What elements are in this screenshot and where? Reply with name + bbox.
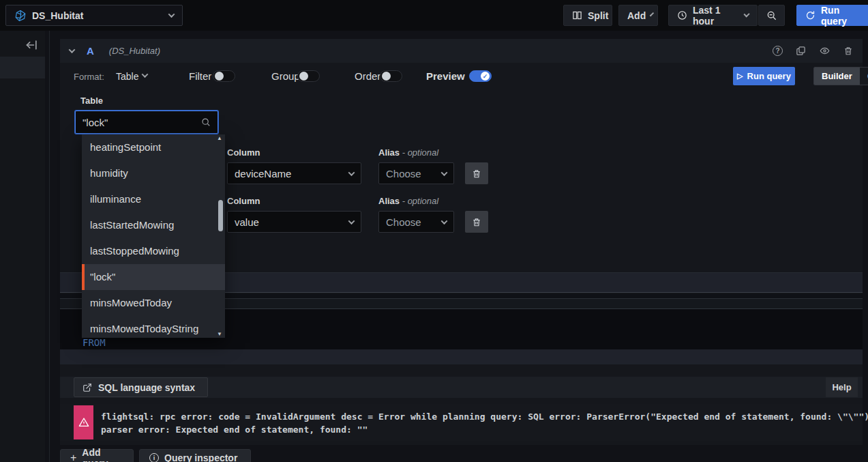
clock-icon: [677, 10, 687, 20]
column-label: Column: [227, 196, 260, 206]
remove-column-button-2[interactable]: [465, 211, 488, 233]
collapse-query-icon[interactable]: [69, 46, 76, 53]
filter-toggle[interactable]: [213, 70, 235, 82]
left-sidebar: [0, 31, 45, 462]
preview-label: Preview: [426, 70, 465, 82]
builder-mode-tab[interactable]: Builder: [814, 68, 860, 85]
refresh-icon: [805, 10, 815, 20]
editor-mode-switch: Builder Code: [813, 67, 868, 85]
sql-keyword-from: FROM: [83, 337, 106, 348]
column-select-1[interactable]: deviceName: [227, 162, 361, 184]
error-severity-block: [74, 405, 93, 439]
sidebar-highlight: [0, 57, 45, 78]
column-select-1-value: deviceName: [235, 168, 349, 179]
filter-label: Filter: [189, 70, 211, 82]
pane-divider: [49, 31, 50, 462]
collapse-sidebar-icon[interactable]: [25, 39, 39, 51]
chevron-down-icon: [441, 169, 448, 176]
scroll-up-arrow-icon[interactable]: ▲: [217, 135, 222, 141]
external-link-icon: [83, 383, 92, 392]
alias-select-1[interactable]: Choose: [378, 162, 454, 184]
add-query-button[interactable]: + Add query: [60, 449, 134, 462]
run-query-editor-label: Run query: [747, 71, 791, 81]
order-toggle[interactable]: [380, 70, 402, 82]
explore-page: DS_Hubitat Split Add Last 1 hour: [0, 0, 868, 462]
query-row-header[interactable]: A (DS_Hubitat) ?: [60, 39, 863, 63]
play-icon: ▷: [737, 72, 743, 81]
split-panes-icon: [572, 10, 582, 20]
alias-select-2-value: Choose: [386, 216, 442, 228]
format-select[interactable]: Table: [116, 71, 138, 82]
table-input-value: "lock": [83, 117, 201, 128]
help-icon[interactable]: ?: [773, 46, 783, 56]
dropdown-option[interactable]: illuminance: [82, 186, 225, 212]
column-label: Column: [227, 147, 260, 158]
alias-label: Alias - optional: [378, 147, 438, 158]
time-range-label: Last 1 hour: [693, 5, 739, 27]
dropdown-option[interactable]: minsMowedTodayString: [82, 316, 225, 338]
add-label: Add: [627, 10, 646, 21]
info-icon: i: [149, 453, 159, 462]
run-query-button-editor[interactable]: ▷ Run query: [733, 67, 795, 85]
chevron-down-icon: [348, 218, 355, 225]
column-select-2[interactable]: value: [227, 211, 361, 233]
time-range-picker[interactable]: Last 1 hour: [668, 5, 758, 26]
code-mode-tab[interactable]: Code: [860, 68, 868, 85]
zoom-out-button[interactable]: [758, 5, 785, 26]
top-toolbar: DS_Hubitat Split Add Last 1 hour: [0, 0, 868, 31]
group-toggle[interactable]: [297, 70, 320, 82]
dropdown-scrollbar[interactable]: [218, 200, 223, 231]
error-message: flightsql: rpc error: code = InvalidArgu…: [101, 410, 868, 436]
order-label: Order: [355, 70, 380, 82]
dropdown-option[interactable]: humidity: [82, 160, 225, 186]
syntax-help-row: SQL language syntax Help: [60, 377, 863, 398]
column-select-2-value: value: [235, 216, 349, 228]
datasource-picker[interactable]: DS_Hubitat: [5, 5, 183, 26]
sql-syntax-link[interactable]: SQL language syntax: [74, 377, 208, 397]
check-icon: ✓: [481, 72, 490, 81]
query-datasource-hint: (DS_Hubitat): [109, 46, 160, 56]
query-inspector-button[interactable]: i Query inspector: [139, 449, 251, 462]
chevron-down-icon: [348, 169, 355, 176]
dropdown-option[interactable]: heatingSetpoint: [82, 134, 225, 160]
builder-section-row: [60, 349, 863, 364]
disable-query-icon[interactable]: [819, 46, 830, 56]
split-button[interactable]: Split: [563, 5, 612, 26]
query-ref-id: A: [87, 45, 94, 57]
dropdown-option[interactable]: minsMowedToday: [82, 290, 225, 316]
table-search-input[interactable]: "lock": [75, 111, 218, 134]
table-label: Table: [80, 96, 103, 106]
split-label: Split: [588, 10, 608, 21]
remove-query-icon[interactable]: [843, 46, 853, 56]
alias-select-2[interactable]: Choose: [378, 211, 454, 233]
plus-icon: +: [70, 452, 76, 462]
add-button[interactable]: Add: [618, 5, 658, 26]
chevron-down-icon: [441, 218, 448, 225]
alias-select-1-value: Choose: [386, 168, 442, 179]
chevron-down-icon: [650, 12, 654, 16]
warning-triangle-icon: [78, 417, 89, 428]
sql-syntax-label: SQL language syntax: [98, 382, 195, 393]
remove-column-button-1[interactable]: [465, 162, 488, 184]
datasource-name: DS_Hubitat: [32, 10, 164, 21]
scroll-down-arrow-icon[interactable]: ▼: [217, 331, 222, 337]
group-label: Group: [271, 70, 300, 82]
influxdb-logo-icon: [14, 10, 27, 22]
query-header-actions: ?: [773, 46, 853, 56]
preview-toggle[interactable]: ✓: [469, 70, 492, 82]
query-inspector-label: Query inspector: [164, 452, 237, 462]
chevron-down-icon: [743, 11, 750, 18]
dropdown-option-selected[interactable]: "lock": [82, 264, 225, 290]
duplicate-query-icon[interactable]: [796, 46, 806, 56]
add-query-label: Add query: [82, 447, 123, 462]
search-icon: [201, 117, 211, 127]
zoom-out-icon: [766, 10, 777, 21]
alias-label: Alias - optional: [378, 196, 438, 206]
chevron-down-icon: [168, 11, 175, 18]
help-button[interactable]: Help: [826, 377, 858, 397]
query-error-panel: flightsql: rpc error: code = InvalidArgu…: [60, 404, 863, 441]
dropdown-option[interactable]: lastStoppedMowing: [82, 238, 225, 264]
run-query-button-top[interactable]: Run query: [796, 5, 868, 26]
format-label: Format:: [74, 72, 104, 82]
dropdown-option[interactable]: lastStartedMowing: [82, 212, 225, 238]
